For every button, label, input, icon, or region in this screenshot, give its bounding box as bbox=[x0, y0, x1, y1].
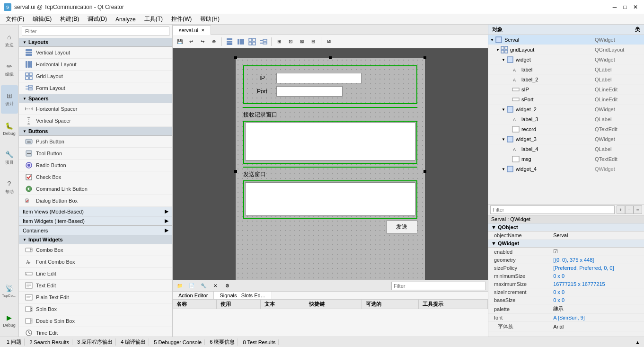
expand-widget4[interactable]: ▼ bbox=[502, 167, 505, 171]
props-filter-input[interactable] bbox=[490, 205, 615, 214]
bottom-btn-2[interactable]: 📄 bbox=[186, 281, 197, 291]
sidebar-tab-run[interactable]: ▶ Debug bbox=[1, 306, 18, 335]
widget-push-button[interactable]: OK Push Button bbox=[19, 136, 172, 148]
sidebar-tab-welcome[interactable]: ⌂ 欢迎 bbox=[1, 27, 18, 55]
props-remove-btn[interactable]: − bbox=[625, 205, 634, 214]
prop-minimumsize-value[interactable]: 0 x 0 bbox=[550, 272, 644, 280]
status-overview[interactable]: 6 概要信息 bbox=[207, 338, 238, 346]
widget-text-edit[interactable]: Text Edit bbox=[19, 280, 172, 292]
props-add-btn[interactable]: + bbox=[617, 205, 625, 214]
widget-check-box[interactable]: Check Box bbox=[19, 171, 172, 183]
widget-tool-button[interactable]: Tool Button bbox=[19, 148, 172, 160]
prop-basesize-value[interactable]: 0 x 0 bbox=[550, 296, 644, 304]
prop-sizeincrement-value[interactable]: 0 x 0 bbox=[550, 288, 644, 296]
menu-help[interactable]: 帮助(H) bbox=[196, 14, 223, 24]
tree-row-gridlayout[interactable]: ▼ gridLayout QGridLayout bbox=[488, 45, 644, 55]
widget-filter-input[interactable] bbox=[22, 27, 169, 36]
status-problems[interactable]: 1 问题 bbox=[4, 338, 25, 346]
tree-row-record[interactable]: ▼ record QTextEdit bbox=[488, 125, 644, 134]
sidebar-tab-project[interactable]: 🔧 项目 bbox=[1, 144, 18, 172]
tab-action-editor[interactable]: Action Editor bbox=[173, 292, 214, 299]
prop-palette-value[interactable]: 继承 bbox=[550, 304, 644, 314]
handle-mid-right[interactable] bbox=[423, 170, 426, 173]
minimize-button[interactable]: ─ bbox=[610, 2, 619, 12]
toolbar-btn-4[interactable]: ⊕ bbox=[209, 36, 219, 47]
category-containers[interactable]: Containers ▶ bbox=[19, 226, 172, 235]
menu-edit[interactable]: 编辑(E) bbox=[29, 14, 55, 24]
widget-combo-box[interactable]: ▾ Combo Box bbox=[19, 244, 172, 256]
toolbar-btn-align-left[interactable]: ⊞ bbox=[274, 36, 284, 47]
tree-row-widget2[interactable]: ▼ widget_2 QWidget bbox=[488, 105, 644, 115]
status-arrow[interactable]: ▲ bbox=[635, 339, 640, 345]
tree-row-widget[interactable]: ▼ widget QWidget bbox=[488, 55, 644, 65]
menu-widgets[interactable]: 控件(W) bbox=[168, 14, 195, 24]
prop-geometry-value[interactable]: [(0, 0), 375 x 448] bbox=[550, 256, 644, 264]
tab-signals-slots[interactable]: Signals _Slots Ed… bbox=[214, 292, 272, 299]
status-compile[interactable]: 4 编译输出 bbox=[118, 338, 149, 346]
prop-objectname-value[interactable]: Serval bbox=[550, 231, 644, 240]
status-app-output[interactable]: 3 应用程序输出 bbox=[74, 338, 116, 346]
status-test[interactable]: 8 Test Results bbox=[240, 339, 279, 345]
tree-row-label2[interactable]: ▼ A label_2 QLabel bbox=[488, 75, 644, 85]
expand-widget[interactable]: ▼ bbox=[502, 58, 505, 62]
widget-double-spin-box[interactable]: Double Spin Box bbox=[19, 315, 172, 327]
toolbar-btn-layout-f[interactable] bbox=[258, 36, 269, 47]
toolbar-btn-preview[interactable]: 🖥 bbox=[324, 36, 334, 47]
expand-qobject[interactable]: ▼ bbox=[491, 224, 496, 230]
widget-font-combo-box[interactable]: A▾ Font Combo Box bbox=[19, 256, 172, 268]
tree-row-sport[interactable]: ▼ sPort QLineEdit bbox=[488, 95, 644, 105]
props-menu-btn[interactable]: ≡ bbox=[634, 205, 642, 214]
category-item-widgets[interactable]: Item Widgets (Item-Based) ▶ bbox=[19, 216, 172, 226]
menu-debug[interactable]: 调试(D) bbox=[84, 14, 111, 24]
sidebar-tab-design[interactable]: ⊞ 设计 bbox=[1, 85, 18, 114]
menu-file[interactable]: 文件(F) bbox=[2, 14, 28, 24]
handle-mid-left[interactable] bbox=[234, 170, 237, 173]
prop-maximumsize-value[interactable]: 16777215 x 16777215 bbox=[550, 280, 644, 288]
send-textarea[interactable] bbox=[245, 182, 415, 215]
widget-line-edit[interactable]: Line Edit bbox=[19, 268, 172, 280]
object-tree[interactable]: ▼ Serval QWidget ▼ gridLayout QGridLayou… bbox=[488, 35, 644, 204]
bottom-filter-input[interactable] bbox=[391, 282, 486, 290]
sidebar-tab-edit[interactable]: ✏ 编辑 bbox=[1, 56, 18, 84]
maximize-button[interactable]: □ bbox=[620, 2, 630, 12]
category-layouts[interactable]: Layouts bbox=[19, 38, 172, 47]
close-button[interactable]: ✕ bbox=[631, 2, 640, 12]
tree-row-msg[interactable]: ▼ msg QTextEdit bbox=[488, 154, 644, 164]
prop-fontfamily-value[interactable]: Arial bbox=[550, 322, 644, 331]
widget-radio-button[interactable]: Radio Button bbox=[19, 160, 172, 171]
widget-grid-layout[interactable]: Grid Layout bbox=[19, 71, 172, 82]
sidebar-tab-tcp[interactable]: 📡 TcpCo… bbox=[1, 277, 18, 305]
port-input[interactable] bbox=[276, 86, 343, 97]
bottom-btn-1[interactable]: 📁 bbox=[175, 281, 185, 291]
menu-analyze[interactable]: Analyze bbox=[112, 15, 140, 24]
send-button[interactable]: 发送 bbox=[386, 221, 417, 233]
prop-sizepolicy-value[interactable]: [Preferred, Preferred, 0, 0] bbox=[550, 264, 644, 272]
tree-row-serval[interactable]: ▼ Serval QWidget bbox=[488, 35, 644, 45]
tree-row-widget3[interactable]: ▼ widget_3 QWidget bbox=[488, 134, 644, 144]
expand-widget2[interactable]: ▼ bbox=[502, 107, 505, 112]
tree-row-label[interactable]: ▼ A label QLabel bbox=[488, 65, 644, 75]
ip-input[interactable] bbox=[276, 73, 362, 83]
tree-row-sip[interactable]: ▼ sIP QLineEdit bbox=[488, 85, 644, 95]
prop-enabled-value[interactable]: ☑ bbox=[550, 248, 644, 256]
prop-font-value[interactable]: A [SimSun, 9] bbox=[550, 314, 644, 322]
handle-top-right[interactable] bbox=[423, 56, 426, 59]
tab-close-icon[interactable]: ✕ bbox=[201, 28, 205, 33]
toolbar-btn-layout-g[interactable] bbox=[247, 36, 257, 47]
widget-spin-box[interactable]: ▲▼ Spin Box bbox=[19, 303, 172, 315]
toolbar-btn-layout-h[interactable] bbox=[236, 36, 246, 47]
bottom-btn-4[interactable]: ✕ bbox=[210, 281, 221, 291]
bottom-btn-3[interactable]: 🔧 bbox=[198, 281, 209, 291]
category-input-widgets[interactable]: Input Widgets bbox=[19, 235, 172, 244]
category-buttons[interactable]: Buttons bbox=[19, 127, 172, 136]
widget-plain-text-edit[interactable]: Plain Text Edit bbox=[19, 292, 172, 303]
toolbar-btn-align-right[interactable]: ⊡ bbox=[285, 36, 296, 47]
menu-tools[interactable]: 工具(T) bbox=[141, 14, 167, 24]
expand-serval[interactable]: ▼ bbox=[490, 38, 494, 42]
toolbar-btn-align-vcenter[interactable]: ⊟ bbox=[308, 36, 318, 47]
canvas-area[interactable]: IP Port bbox=[173, 48, 488, 280]
widget-vertical-layout[interactable]: Vertical Layout bbox=[19, 47, 172, 59]
handle-top-mid[interactable] bbox=[329, 56, 332, 59]
widget-command-link-button[interactable]: Command Link Button bbox=[19, 183, 172, 195]
properties-table[interactable]: ▼ QObject objectName Serval ▼ bbox=[488, 223, 644, 337]
